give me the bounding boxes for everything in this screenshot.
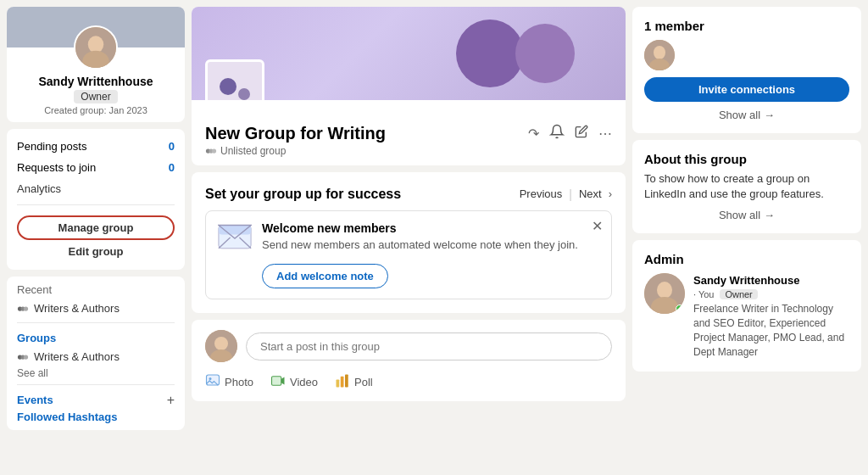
edit-icon[interactable] <box>575 125 588 142</box>
about-arrow-icon: → <box>764 209 775 221</box>
sidebar-links: Pending posts 0 Requests to join 0 Analy… <box>7 129 185 270</box>
about-card: About this group To show how to create a… <box>632 140 861 233</box>
logo-circle-right <box>238 88 250 100</box>
profile-name: Sandy Writtenhouse <box>7 75 185 90</box>
success-title: Set your group up for success <box>205 187 401 202</box>
svg-point-28 <box>654 46 665 59</box>
groups-item[interactable]: Writers & Authors <box>17 348 175 366</box>
svg-rect-25 <box>341 376 344 387</box>
groups-icon <box>17 351 29 363</box>
svg-rect-5 <box>24 306 28 310</box>
recent-item[interactable]: Writers & Authors <box>17 299 175 317</box>
see-all-link[interactable]: See all <box>17 367 48 379</box>
group-subtitle: Unlisted group <box>205 145 386 157</box>
about-show-all-label: Show all <box>719 209 760 221</box>
poll-label: Poll <box>354 376 373 388</box>
group-logo <box>205 59 264 100</box>
video-button[interactable]: Video <box>270 372 318 391</box>
show-all-label: Show all <box>719 109 760 121</box>
profile-card: Sandy Writtenhouse Owner Created group: … <box>7 7 185 122</box>
members-card: 1 member Invite connections Show all → <box>632 7 861 133</box>
analytics-link[interactable]: Analytics <box>17 182 61 195</box>
recent-label: Recent <box>17 283 175 296</box>
about-title: About this group <box>644 152 849 166</box>
events-nav-link[interactable]: Events <box>17 390 53 410</box>
admin-card: Admin Sandy Writtenhouse · You <box>632 240 861 371</box>
invite-connections-button[interactable]: Invite connections <box>644 77 849 102</box>
sidebar: Sandy Writtenhouse Owner Created group: … <box>7 7 185 468</box>
owner-badge: Owner <box>74 90 117 103</box>
photo-icon <box>205 372 220 391</box>
sidebar-nav: Recent Writers & Authors Groups Writers … <box>7 277 185 430</box>
tip-card: ✕ Welcome new members Send new me <box>205 210 612 299</box>
admin-you: · You <box>693 289 714 299</box>
right-panel: 1 member Invite connections Show all → A… <box>632 7 861 468</box>
add-note-button[interactable]: Add welcome note <box>262 264 388 288</box>
logo-circle-left <box>220 78 236 95</box>
avatar <box>74 25 118 70</box>
svg-point-31 <box>657 282 672 299</box>
groups-item-label: Writers & Authors <box>34 350 120 363</box>
chevron-right-icon: › <box>609 187 612 200</box>
post-input[interactable] <box>246 332 612 360</box>
next-button[interactable]: Next <box>574 186 607 202</box>
admin-name: Sandy Writtenhouse <box>693 274 799 287</box>
online-indicator <box>676 305 684 313</box>
poll-button[interactable]: Poll <box>335 372 373 391</box>
profile-created: Created group: Jan 2023 <box>7 105 185 122</box>
recent-item-label: Writers & Authors <box>34 302 120 315</box>
svg-point-1 <box>88 36 103 53</box>
banner-circle-2 <box>515 24 575 83</box>
followed-hashtags-link[interactable]: Followed Hashtags <box>17 411 117 423</box>
svg-rect-26 <box>345 374 348 387</box>
tip-title: Welcome new members <box>262 221 578 235</box>
envelope-icon <box>218 221 252 255</box>
admin-desc: Freelance Writer in Technology and SEO E… <box>693 302 849 359</box>
edit-group-button[interactable]: Edit group <box>17 240 175 263</box>
about-show-all-link[interactable]: Show all → <box>644 209 849 221</box>
group-type: Unlisted group <box>220 145 286 157</box>
more-icon[interactable]: ⋯ <box>598 126 612 142</box>
pending-posts-count: 0 <box>169 140 175 153</box>
tip-body: Send new members an automated welcome no… <box>262 238 578 251</box>
group-header-card: New Group for Writing Unlisted group ↷ <box>192 7 626 165</box>
video-icon <box>270 373 286 391</box>
bell-icon[interactable] <box>549 124 565 142</box>
requests-count: 0 <box>169 161 175 174</box>
main-content: New Group for Writing Unlisted group ↷ <box>192 7 626 468</box>
pending-posts-label[interactable]: Pending posts <box>17 140 86 153</box>
admin-owner-badge: Owner <box>720 289 757 299</box>
group-banner <box>192 7 626 100</box>
groups-nav-link[interactable]: Groups <box>17 328 175 348</box>
photo-label: Photo <box>225 376 253 388</box>
group-icon <box>17 303 29 315</box>
setup-success-card: Set your group up for success Previous |… <box>192 172 626 313</box>
svg-rect-11 <box>212 148 216 153</box>
admin-avatar <box>644 273 685 314</box>
share-icon[interactable]: ↷ <box>528 126 539 142</box>
group-title: New Group for Writing <box>205 124 386 143</box>
nav-arrows: Previous | Next › <box>515 186 612 202</box>
group-subtitle-icon <box>205 145 217 157</box>
tip-text: Welcome new members Send new members an … <box>262 221 578 251</box>
manage-group-button[interactable]: Manage group <box>17 215 175 240</box>
admin-info: Sandy Writtenhouse · You Owner Freelance… <box>693 273 849 359</box>
requests-label[interactable]: Requests to join <box>17 161 96 174</box>
poll-icon <box>335 373 350 391</box>
about-text: To show how to create a group on LinkedI… <box>644 171 849 202</box>
post-card: Photo Video Poll <box>192 320 626 401</box>
admin-title: Admin <box>644 252 849 266</box>
photo-button[interactable]: Photo <box>205 372 253 391</box>
svg-rect-24 <box>337 379 340 387</box>
video-label: Video <box>290 376 318 388</box>
banner-circle-1 <box>456 20 524 87</box>
show-all-members-link[interactable]: Show all → <box>644 109 849 121</box>
members-title: 1 member <box>644 19 849 33</box>
add-event-icon[interactable]: + <box>167 393 175 408</box>
member-avatar <box>644 40 675 70</box>
group-actions: ↷ ⋯ <box>528 124 612 142</box>
svg-point-21 <box>209 377 212 380</box>
previous-button[interactable]: Previous <box>515 186 568 202</box>
tip-close-button[interactable]: ✕ <box>592 218 603 234</box>
svg-point-18 <box>214 337 228 350</box>
